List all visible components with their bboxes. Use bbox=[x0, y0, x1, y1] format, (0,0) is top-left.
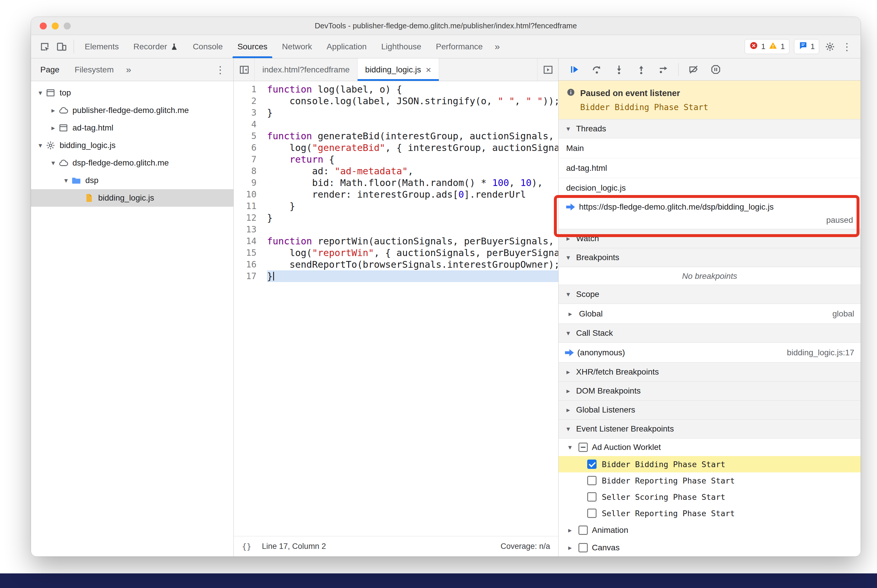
line-number: 15 bbox=[234, 247, 257, 259]
elb-item-seller-scoring-phase-start[interactable]: Seller Scoring Phase Start bbox=[558, 489, 860, 505]
disclosure-collapsed-icon[interactable]: ▸ bbox=[48, 124, 59, 132]
threads-section-header[interactable]: ▾ Threads bbox=[558, 119, 860, 138]
scope-section-header[interactable]: ▾ Scope bbox=[558, 285, 860, 304]
disclosure-expanded-icon[interactable]: ▾ bbox=[48, 159, 59, 167]
disclosure-collapsed-icon[interactable]: ▸ bbox=[565, 310, 576, 318]
step-icon[interactable] bbox=[654, 61, 672, 78]
panel-tab-lighthouse[interactable]: Lighthouse bbox=[374, 35, 429, 58]
window-title: DevTools - publisher-fledge-demo.glitch.… bbox=[314, 21, 577, 30]
inspect-element-icon[interactable] bbox=[36, 35, 53, 58]
disclosure-expanded-icon: ▾ bbox=[564, 290, 573, 298]
elb-group-ad-auction-worklet[interactable]: ▾Ad Auction Worklet bbox=[558, 438, 860, 456]
editor-overflow-icon[interactable] bbox=[537, 58, 558, 81]
editor-tab-index-html-fencedframe[interactable]: index.html?fencedframe bbox=[255, 58, 358, 81]
section-title: Global Listeners bbox=[576, 405, 635, 415]
hide-navigator-icon[interactable] bbox=[234, 58, 255, 81]
thread-label: decision_logic.js bbox=[566, 183, 626, 193]
disclosure-expanded-icon[interactable]: ▾ bbox=[35, 141, 45, 150]
tree-item-dsp-fledge-demo-glitch-me[interactable]: ▾dsp-fledge-demo.glitch.me bbox=[31, 154, 233, 172]
call-stack-section-header[interactable]: ▾ Call Stack bbox=[558, 324, 860, 343]
section-title: Event Listener Breakpoints bbox=[576, 424, 674, 434]
disclosure-collapsed-icon[interactable]: ▸ bbox=[48, 106, 59, 114]
device-toolbar-icon[interactable] bbox=[53, 35, 70, 58]
close-window-button[interactable] bbox=[40, 22, 47, 30]
code-line: } bbox=[267, 212, 558, 224]
panel-tab-application[interactable]: Application bbox=[319, 35, 374, 58]
panel-tab-performance[interactable]: Performance bbox=[429, 35, 490, 58]
checkbox-unchecked[interactable] bbox=[587, 508, 597, 518]
disclosure-collapsed-icon[interactable]: ▸ bbox=[566, 526, 574, 534]
editor-tab-bidding-logic-js[interactable]: bidding_logic.js× bbox=[358, 58, 439, 81]
checkbox-unchecked[interactable] bbox=[578, 543, 588, 552]
devtools-menu-icon[interactable]: ⋮ bbox=[838, 35, 855, 58]
tab-filesystem[interactable]: Filesystem bbox=[67, 58, 121, 81]
checkbox-unchecked[interactable] bbox=[587, 476, 597, 485]
line-number: 12 bbox=[234, 212, 257, 224]
issues-button[interactable]: 1 bbox=[794, 39, 819, 54]
line-number: 6 bbox=[234, 142, 257, 154]
elb-group-animation[interactable]: ▸Animation bbox=[558, 521, 860, 539]
deactivate-breakpoints-icon[interactable] bbox=[684, 61, 703, 78]
warning-count: 1 bbox=[781, 42, 785, 51]
file-icon bbox=[84, 193, 98, 203]
debugger-toolbar bbox=[558, 58, 860, 81]
disclosure-expanded-icon[interactable]: ▾ bbox=[61, 176, 71, 184]
pretty-print-icon[interactable]: {} bbox=[242, 542, 251, 551]
tree-item-publisher-fledge-demo-glitch-me[interactable]: ▸publisher-fledge-demo.glitch.me bbox=[31, 102, 233, 119]
step-into-icon[interactable] bbox=[610, 61, 628, 78]
tree-item-bidding-logic-js[interactable]: ▾bidding_logic.js bbox=[31, 136, 233, 154]
close-icon[interactable]: × bbox=[426, 65, 431, 75]
scope-row-global[interactable]: ▸Globalglobal bbox=[558, 304, 860, 324]
more-panels-icon[interactable]: » bbox=[490, 35, 504, 58]
xhr-breakpoints-section-header[interactable]: ▸ XHR/fetch Breakpoints bbox=[558, 362, 860, 382]
panel-tab-network[interactable]: Network bbox=[275, 35, 319, 58]
elb-item-seller-reporting-phase-start[interactable]: Seller Reporting Phase Start bbox=[558, 505, 860, 521]
scope-name: Global bbox=[579, 309, 603, 318]
disclosure-expanded-icon[interactable]: ▾ bbox=[566, 443, 574, 452]
minimize-window-button[interactable] bbox=[52, 22, 59, 30]
zoom-window-button[interactable] bbox=[64, 22, 71, 30]
panel-tab-console[interactable]: Console bbox=[185, 35, 230, 58]
code-editor[interactable]: 1234567891011121314151617 function log(l… bbox=[234, 81, 558, 536]
thread-item-ad-tag-html[interactable]: ad-tag.html bbox=[558, 158, 860, 178]
disclosure-collapsed-icon[interactable]: ▸ bbox=[566, 544, 574, 552]
tree-item-top[interactable]: ▾top bbox=[31, 84, 233, 102]
panel-tab-recorder[interactable]: Recorder bbox=[126, 35, 185, 58]
step-over-icon[interactable] bbox=[588, 61, 606, 78]
watch-section-header[interactable]: ▸ Watch bbox=[558, 229, 860, 248]
event-listener-breakpoints-section-header[interactable]: ▾ Event Listener Breakpoints bbox=[558, 419, 860, 438]
navigator-menu-icon[interactable]: ⋮ bbox=[209, 64, 232, 76]
tree-item-ad-tag-html[interactable]: ▸ad-tag.html bbox=[31, 119, 233, 136]
settings-gear-icon[interactable] bbox=[821, 35, 838, 58]
tab-page[interactable]: Page bbox=[33, 58, 67, 81]
thread-item-https-dsp-fledge-demo-glitch-me-dsp-bidding-logic-js[interactable]: https://dsp-fledge-demo.glitch.me/dsp/bi… bbox=[558, 198, 860, 229]
thread-item-decision-logic-js[interactable]: decision_logic.js bbox=[558, 178, 860, 198]
thread-item-main[interactable]: Main bbox=[558, 138, 860, 158]
step-out-icon[interactable] bbox=[632, 61, 650, 78]
tree-item-dsp[interactable]: ▾dsp bbox=[31, 172, 233, 189]
disclosure-expanded-icon[interactable]: ▾ bbox=[35, 89, 45, 97]
disclosure-collapsed-icon: ▸ bbox=[564, 234, 573, 243]
checkbox-unchecked[interactable] bbox=[587, 492, 597, 502]
frame-name: (anonymous) bbox=[577, 348, 625, 357]
tree-item-bidding-logic-js[interactable]: bidding_logic.js bbox=[31, 189, 233, 207]
callstack-frame[interactable]: (anonymous)bidding_logic.js:17 bbox=[558, 343, 860, 363]
elb-group-canvas[interactable]: ▸Canvas bbox=[558, 539, 860, 556]
global-listeners-section-header[interactable]: ▸ Global Listeners bbox=[558, 400, 860, 420]
gear-icon bbox=[45, 140, 59, 150]
folder-icon bbox=[71, 176, 85, 185]
checkbox-indeterminate[interactable] bbox=[578, 442, 588, 452]
breakpoints-section-header[interactable]: ▾ Breakpoints bbox=[558, 248, 860, 267]
checkbox-unchecked[interactable] bbox=[578, 525, 588, 535]
console-counts-button[interactable]: 1 1 bbox=[745, 39, 789, 54]
elb-item-bidder-reporting-phase-start[interactable]: Bidder Reporting Phase Start bbox=[558, 472, 860, 489]
resume-script-icon[interactable] bbox=[566, 61, 584, 78]
dom-breakpoints-section-header[interactable]: ▸ DOM Breakpoints bbox=[558, 381, 860, 400]
panel-tab-elements[interactable]: Elements bbox=[77, 35, 126, 58]
checkbox-checked[interactable] bbox=[587, 459, 597, 469]
tree-item-label: ad-tag.html bbox=[72, 123, 113, 132]
pause-on-exceptions-icon[interactable] bbox=[707, 61, 725, 78]
more-navigator-tabs-icon[interactable]: » bbox=[121, 64, 136, 75]
panel-tab-sources[interactable]: Sources bbox=[230, 35, 275, 58]
elb-item-bidder-bidding-phase-start[interactable]: Bidder Bidding Phase Start bbox=[558, 456, 860, 472]
